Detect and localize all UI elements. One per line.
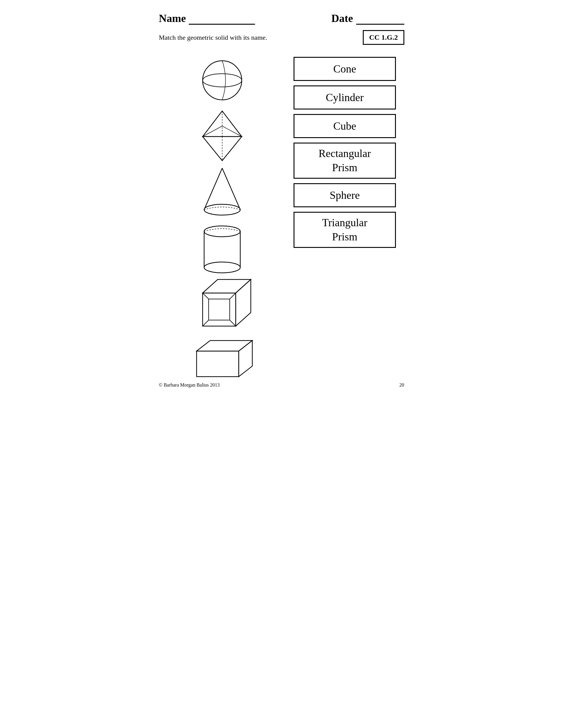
sphere-label-text: Sphere (330, 189, 360, 202)
svg-point-0 (202, 61, 242, 100)
svg-point-14 (204, 226, 240, 237)
shape-cube (159, 276, 286, 329)
name-input-line[interactable] (189, 16, 255, 25)
cube-label-box: Cube (294, 114, 396, 138)
standard-box: CC 1.G.2 (363, 30, 404, 45)
shapes-column (159, 54, 286, 385)
rect-prism-label-text: RectangularPrism (319, 147, 371, 175)
tri-prism-label-box: TriangularPrism (294, 212, 396, 248)
svg-point-10 (204, 204, 240, 215)
cube-label-text: Cube (333, 120, 356, 132)
page-number: 20 (400, 382, 404, 388)
main-content: Cone Cylinder Cube RectangularPrism Sphe… (159, 54, 404, 385)
svg-line-8 (204, 168, 222, 210)
subtitle-row: Match the geometric solid with its name.… (159, 30, 404, 45)
name-label: Name (159, 12, 186, 25)
cylinder-label-box: Cylinder (294, 85, 396, 110)
svg-line-9 (222, 168, 240, 210)
cylinder-label-text: Cylinder (326, 91, 364, 104)
date-label: Date (332, 12, 353, 25)
labels-column: Cone Cylinder Cube RectangularPrism Sphe… (286, 54, 404, 385)
shape-rect-prism (159, 332, 286, 385)
shape-cone (159, 165, 286, 218)
svg-rect-24 (196, 351, 239, 377)
tri-prism-label-text: TriangularPrism (322, 216, 368, 244)
header: Name Date (159, 12, 404, 25)
cone-label-text: Cone (333, 63, 356, 75)
copyright-text: © Barbara Morgan Balius 2013 (159, 382, 220, 388)
shape-diamond (159, 110, 286, 162)
date-section: Date (332, 12, 404, 25)
sphere-label-box: Sphere (294, 183, 396, 207)
svg-point-15 (204, 262, 240, 273)
cone-label-box: Cone (294, 57, 396, 81)
rect-prism-label-box: RectangularPrism (294, 143, 396, 179)
subtitle-text: Match the geometric solid with its name. (159, 34, 267, 42)
footer: © Barbara Morgan Balius 2013 20 (159, 382, 404, 388)
date-input-line[interactable] (356, 16, 404, 25)
shape-sphere (159, 54, 286, 106)
name-section: Name (159, 12, 255, 25)
shape-cylinder (159, 221, 286, 273)
